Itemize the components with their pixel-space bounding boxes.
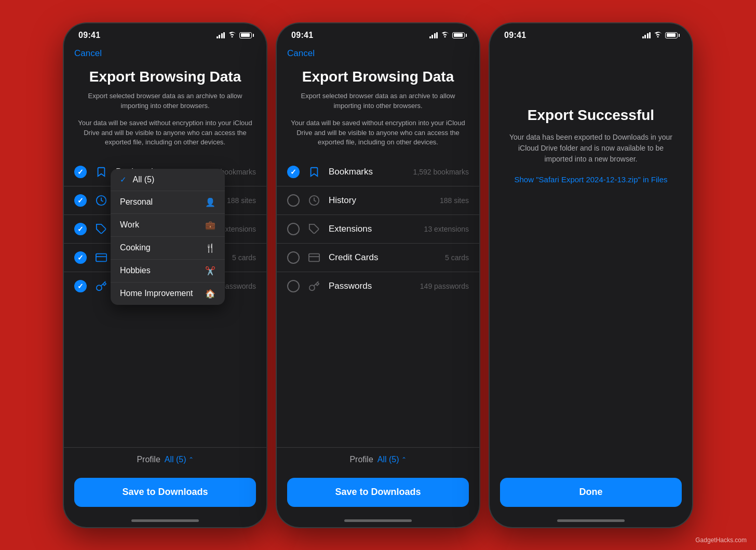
checkbox-extensions-1[interactable]: ✓	[74, 223, 87, 235]
item-label-creditcards-2: Credit Cards	[329, 252, 438, 263]
status-icons-2	[429, 31, 465, 39]
checkbox-creditcards-1[interactable]: ✓	[74, 251, 87, 264]
success-subtitle: Your data has been exported to Downloads…	[490, 132, 692, 173]
chevron-icon-1: ⌃	[188, 456, 194, 463]
page-title-1: Export Browsing Data	[64, 63, 266, 90]
fork-icon: 🍴	[205, 243, 215, 253]
bookmark-icon-2	[307, 165, 321, 179]
subtitle1-1: Export selected browser data as an archi…	[64, 89, 266, 113]
status-bar-2: 09:41	[277, 23, 479, 44]
success-title: Export Successful	[512, 86, 670, 132]
time-1: 09:41	[78, 31, 100, 40]
dropdown-item-cooking[interactable]: Cooking 🍴	[111, 236, 225, 259]
bookmark-icon-1	[94, 165, 109, 179]
item-label-history-2: History	[329, 195, 433, 206]
subtitle2-1: Your data will be saved without encrypti…	[64, 116, 266, 150]
dropdown-item-home[interactable]: Home Improvement 🏠	[111, 282, 225, 305]
svg-rect-2	[96, 254, 106, 262]
status-bar-1: 09:41	[64, 23, 266, 44]
subtitle2-2: Your data will be saved without encrypti…	[277, 116, 479, 150]
items-list-2: ✓ Bookmarks 1,592 bookmarks History	[277, 153, 479, 447]
battery-icon-2	[452, 32, 465, 38]
profile-value-2: All (5)	[377, 455, 399, 464]
dropdown-item-work[interactable]: Work 💼	[111, 213, 225, 236]
wifi-icon-1	[228, 31, 236, 39]
page-title-2: Export Browsing Data	[277, 63, 479, 90]
scissors-icon: ✂️	[205, 266, 215, 276]
item-label-extensions-2: Extensions	[329, 224, 417, 234]
time-3: 09:41	[504, 31, 526, 40]
phone-1: 09:41 Cancel	[64, 23, 266, 527]
dropdown-item-all[interactable]: ✓ All (5)	[111, 169, 225, 191]
item-count-creditcards-2: 5 cards	[445, 253, 469, 262]
list-item-extensions-2[interactable]: Extensions 13 extensions	[277, 214, 479, 243]
profile-row-2[interactable]: Profile All (5) ⌃	[277, 447, 479, 472]
wifi-icon-2	[441, 31, 449, 39]
person-icon: 👤	[205, 197, 215, 207]
battery-icon-3	[665, 32, 678, 38]
time-2: 09:41	[291, 31, 313, 40]
cancel-button-2[interactable]: Cancel	[277, 44, 479, 63]
item-count-history-1: 188 sites	[227, 196, 256, 205]
checkbox-history-1[interactable]: ✓	[74, 194, 87, 207]
status-icons-1	[217, 31, 252, 39]
subtitle1-2: Export selected browser data as an archi…	[277, 89, 479, 113]
house-icon: 🏠	[205, 289, 215, 299]
clock-icon-1	[94, 193, 109, 208]
list-item-passwords-2[interactable]: Passwords 149 passwords	[277, 272, 479, 300]
phone-2: 09:41 Cancel	[277, 23, 479, 527]
checkbox-history-2[interactable]	[287, 194, 300, 207]
home-indicator-2	[344, 519, 412, 522]
battery-icon-1	[239, 32, 252, 38]
save-button-2[interactable]: Save to Downloads	[287, 478, 469, 507]
signal-icon-2	[429, 32, 438, 38]
profile-label-1: Profile	[137, 455, 160, 464]
profile-row-1[interactable]: Profile All (5) ⌃	[64, 447, 266, 472]
cancel-button-1[interactable]: Cancel	[64, 44, 266, 63]
home-indicator-3	[557, 519, 625, 522]
success-link[interactable]: Show "Safari Export 2024-12-13.zip" in F…	[502, 173, 680, 186]
list-item-history-2[interactable]: History 188 sites	[277, 186, 479, 214]
item-count-bookmarks-2: 1,592 bookmarks	[413, 168, 469, 176]
signal-icon-3	[642, 32, 651, 38]
phone-3: 09:41	[490, 23, 692, 527]
checkbox-passwords-1[interactable]: ✓	[74, 280, 87, 292]
key-icon-1	[94, 279, 109, 293]
creditcard-icon-2	[307, 250, 321, 265]
done-button[interactable]: Done	[500, 478, 682, 507]
status-icons-3	[642, 31, 678, 39]
item-label-passwords-2: Passwords	[329, 281, 413, 291]
dropdown-menu-1: ✓ All (5) Personal 👤 Work 💼 Cooking 🍴 Ho…	[111, 169, 225, 305]
checkbox-creditcards-2[interactable]	[287, 251, 300, 264]
profile-label-2: Profile	[349, 455, 373, 464]
puzzle-icon-2	[307, 222, 321, 236]
puzzle-icon-1	[94, 222, 109, 236]
list-item-bookmarks-2[interactable]: ✓ Bookmarks 1,592 bookmarks	[277, 158, 479, 186]
checkbox-bookmarks-1[interactable]: ✓	[74, 166, 87, 178]
checkbox-bookmarks-2[interactable]: ✓	[287, 166, 300, 178]
item-count-history-2: 188 sites	[440, 196, 469, 205]
chevron-icon-2: ⌃	[401, 456, 407, 463]
creditcard-icon-1	[94, 250, 109, 265]
checkbox-extensions-2[interactable]	[287, 223, 300, 235]
key-icon-2	[307, 279, 321, 293]
svg-rect-6	[309, 254, 319, 262]
clock-icon-2	[307, 193, 321, 208]
wifi-icon-3	[654, 31, 662, 39]
dropdown-check-icon: ✓	[120, 175, 127, 184]
item-count-extensions-2: 13 extensions	[424, 225, 469, 233]
profile-value-1: All (5)	[165, 455, 186, 464]
dropdown-item-personal[interactable]: Personal 👤	[111, 191, 225, 213]
signal-icon-1	[217, 32, 225, 38]
item-count-creditcards-1: 5 cards	[232, 253, 256, 262]
briefcase-icon: 💼	[205, 220, 215, 230]
item-label-bookmarks-2: Bookmarks	[329, 167, 406, 177]
checkbox-passwords-2[interactable]	[287, 280, 300, 292]
dropdown-item-hobbies[interactable]: Hobbies ✂️	[111, 259, 225, 282]
item-count-passwords-2: 149 passwords	[420, 282, 469, 290]
watermark: GadgetHacks.com	[695, 536, 747, 544]
save-button-1[interactable]: Save to Downloads	[74, 478, 256, 507]
list-item-creditcards-2[interactable]: Credit Cards 5 cards	[277, 243, 479, 272]
home-indicator-1	[131, 519, 199, 522]
status-bar-3: 09:41	[490, 23, 692, 44]
